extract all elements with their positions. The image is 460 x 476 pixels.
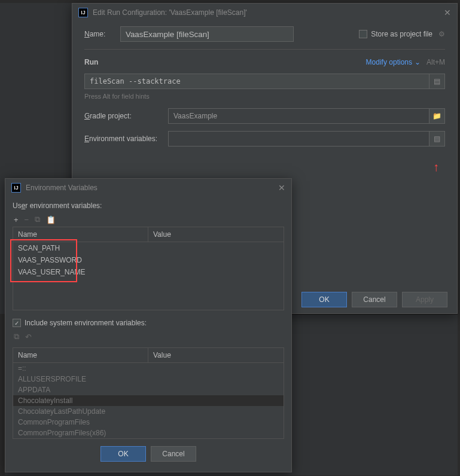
ok-button[interactable]: OK bbox=[301, 292, 347, 307]
paste-icon[interactable]: 📋 bbox=[46, 215, 56, 224]
env-title-bar: IJ Environment Variables ✕ bbox=[5, 179, 291, 197]
env-dialog-title: Environment Variables bbox=[26, 184, 98, 192]
copy-icon[interactable]: ⧉ bbox=[14, 332, 19, 341]
env-expand-icon[interactable]: ▤ bbox=[429, 131, 445, 147]
close-icon[interactable]: ✕ bbox=[444, 8, 451, 17]
var-value bbox=[148, 428, 284, 438]
var-name: ChocolateyLastPathUpdate bbox=[13, 406, 148, 417]
name-label: Name: bbox=[84, 30, 120, 38]
table-row[interactable]: VAAS_PASSWORD bbox=[13, 254, 284, 266]
var-name: ALLUSERSPROFILE bbox=[13, 374, 148, 385]
table-row[interactable]: ALLUSERSPROFILE bbox=[13, 374, 284, 385]
modify-options-link[interactable]: Modify options ⌄ bbox=[366, 58, 421, 66]
expand-icon[interactable]: ▤ bbox=[429, 74, 445, 89]
var-value bbox=[148, 395, 284, 406]
var-name: SCAN_PATH bbox=[13, 242, 148, 254]
add-icon[interactable]: + bbox=[14, 215, 19, 224]
tasks-input[interactable]: fileScan --stacktrace bbox=[84, 74, 429, 89]
intellij-icon: IJ bbox=[11, 183, 21, 193]
dialog-title-bar: IJ Edit Run Configuration: 'VaasExample … bbox=[72, 4, 457, 22]
shortcut-hint: Alt+M bbox=[427, 58, 445, 66]
run-section-title: Run bbox=[84, 58, 98, 66]
include-sys-checkbox[interactable]: ✓ bbox=[13, 319, 21, 327]
dialog-title: Edit Run Configuration: 'VaasExample [fi… bbox=[93, 8, 247, 17]
close-icon[interactable]: ✕ bbox=[278, 183, 285, 193]
table-row[interactable]: ChocolateyLastPathUpdate bbox=[13, 406, 284, 417]
var-name: ChocolateyInstall bbox=[13, 395, 148, 406]
var-name: APPDATA bbox=[13, 385, 148, 395]
sys-vars-table: Name Value =::ALLUSERSPROFILEAPPDATAChoc… bbox=[13, 347, 284, 439]
var-name: VAAS_PASSWORD bbox=[13, 254, 148, 266]
include-sys-label: Include system environment variables: bbox=[25, 319, 147, 327]
var-name: VAAS_USER_NAME bbox=[13, 266, 148, 278]
remove-icon[interactable]: − bbox=[25, 215, 29, 224]
table-row[interactable]: CommonProgramFiles(x86) bbox=[13, 428, 284, 438]
var-value bbox=[148, 374, 284, 385]
var-name: CommonProgramFiles bbox=[13, 417, 148, 428]
col-name[interactable]: Name bbox=[13, 348, 148, 362]
copy-icon[interactable]: ⧉ bbox=[35, 215, 40, 224]
chevron-down-icon: ⌄ bbox=[415, 58, 421, 66]
var-value bbox=[148, 254, 284, 266]
col-name[interactable]: Name bbox=[13, 227, 148, 242]
user-vars-table: Name Value SCAN_PATHVAAS_PASSWORDVAAS_US… bbox=[13, 227, 284, 310]
gradle-project-label: Gradle project: bbox=[84, 112, 168, 120]
gear-icon[interactable]: ⚙ bbox=[438, 30, 445, 38]
ok-button[interactable]: OK bbox=[100, 446, 146, 462]
var-value bbox=[148, 242, 284, 254]
table-row[interactable]: SCAN_PATH bbox=[13, 242, 284, 254]
apply-button[interactable]: Apply bbox=[402, 292, 447, 307]
env-vars-dialog: IJ Environment Variables ✕ User environm… bbox=[5, 178, 292, 472]
col-value[interactable]: Value bbox=[148, 227, 284, 242]
var-name: =:: bbox=[13, 363, 148, 374]
var-name: CommonProgramFiles(x86) bbox=[13, 428, 148, 438]
var-value bbox=[148, 417, 284, 428]
var-value bbox=[148, 266, 284, 278]
env-vars-label: Environment variables: bbox=[84, 135, 168, 143]
gradle-project-input[interactable]: VaasExample bbox=[168, 108, 429, 124]
folder-icon[interactable]: 📁 bbox=[429, 108, 445, 124]
var-value bbox=[148, 363, 284, 374]
var-value bbox=[148, 406, 284, 417]
separator bbox=[84, 49, 445, 50]
table-row[interactable]: =:: bbox=[13, 363, 284, 374]
name-input[interactable] bbox=[120, 26, 294, 42]
cancel-button[interactable]: Cancel bbox=[352, 292, 397, 307]
undo-icon[interactable]: ↶ bbox=[25, 332, 32, 341]
field-hint: Press Alt for field hints bbox=[84, 93, 445, 100]
intellij-icon: IJ bbox=[78, 8, 88, 17]
col-value[interactable]: Value bbox=[148, 348, 284, 362]
cancel-button[interactable]: Cancel bbox=[151, 446, 196, 462]
var-value bbox=[148, 385, 284, 395]
annotation-arrow-up: ↑ bbox=[433, 160, 439, 174]
table-row[interactable]: APPDATA bbox=[13, 385, 284, 395]
user-vars-label: User environment variables: bbox=[13, 202, 284, 210]
store-checkbox[interactable] bbox=[359, 30, 367, 38]
table-row[interactable]: ChocolateyInstall bbox=[13, 395, 284, 406]
table-row[interactable]: CommonProgramFiles bbox=[13, 417, 284, 428]
store-label: Store as project file bbox=[371, 30, 432, 38]
env-vars-input[interactable] bbox=[168, 131, 429, 147]
table-row[interactable]: VAAS_USER_NAME bbox=[13, 266, 284, 278]
